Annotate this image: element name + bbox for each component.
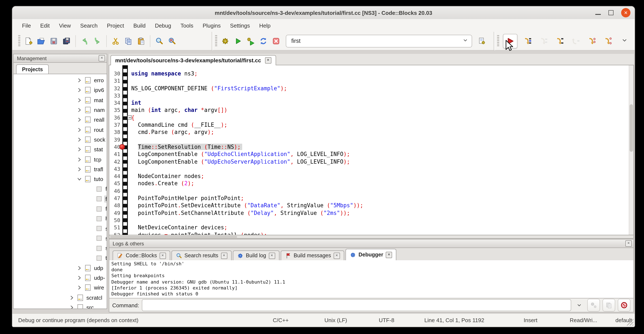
rebuild-button[interactable] [258,35,269,47]
tree-item-tcp[interactable]: tcp [14,155,107,164]
tree-item-fif[interactable]: fif [14,184,107,194]
copy-button[interactable] [122,35,134,47]
close-log-tab-icon[interactable] [386,251,392,258]
line-number[interactable]: 38 [109,129,120,136]
line-number[interactable]: 39 [109,136,120,143]
close-management-icon[interactable] [99,55,105,62]
line-number[interactable]: 43 [109,165,120,173]
code-line-49[interactable]: 49 pointToPoint.SetChannelAttribute ("De… [109,209,629,217]
menu-help[interactable]: Help [254,21,275,30]
close-log-tab-icon[interactable] [221,252,227,259]
tree-item-udp-[interactable]: udp- [14,273,107,283]
open-file-button[interactable] [35,35,47,47]
line-number[interactable]: 32 [109,85,120,92]
line-number[interactable]: 37 [109,121,120,129]
new-file-button[interactable] [22,35,34,47]
line-number[interactable]: 52 [109,231,120,235]
build-and-run-button[interactable] [245,35,256,47]
line-number[interactable]: 41 [109,151,120,158]
tree-item-scratcl[interactable]: scratcl [14,293,107,303]
tree-item-tuto[interactable]: tuto [14,174,107,184]
line-number[interactable]: 33 [109,92,120,99]
editor-hscroll-thumb[interactable] [110,236,237,238]
title-bar[interactable]: mnt/dev/tools/source/ns-3-dev/examples/t… [12,6,635,20]
code-line-39[interactable]: 39 [109,136,629,143]
line-number[interactable]: 36 [109,114,120,121]
tree-item-erro[interactable]: erro [14,76,107,85]
tree-item-fo[interactable]: fo [14,204,107,214]
tree-item-th[interactable]: th [14,253,107,263]
code-line-33[interactable]: 33 [109,92,629,99]
project-tree[interactable]: erroipv6matnamreallroutsockstattcptraflt… [13,74,107,309]
find-button[interactable] [153,35,165,47]
code-line-44[interactable]: 44 NodeContainer nodes; [109,173,629,180]
save-all-button[interactable] [60,35,72,47]
toolbar-grip[interactable] [497,35,499,47]
code-line-31[interactable]: 31 [109,77,629,85]
menu-edit[interactable]: Edit [36,21,54,30]
toolbar-grip[interactable] [18,35,20,47]
chevron-right-icon[interactable] [77,266,82,270]
chevron-right-icon[interactable] [70,305,74,309]
line-number[interactable]: 42 [109,158,120,165]
minimize-icon[interactable] [595,14,601,15]
code-line-38[interactable]: 38 cmd.Parse (argc, argv); [109,129,629,136]
code-line-43[interactable]: 43 [109,165,629,173]
chevron-right-icon[interactable] [77,98,82,102]
code-line-30[interactable]: 30using namespace ns3; [109,70,629,77]
build-target-options-button[interactable] [476,35,488,47]
editor-vertical-scrollbar[interactable] [629,65,634,235]
cut-button[interactable] [110,35,122,47]
chevron-right-icon[interactable] [77,118,82,122]
line-number[interactable]: 34 [109,99,120,107]
code-line-46[interactable]: 46 [109,187,629,195]
fold-collapse-icon[interactable] [128,116,132,120]
tree-item-he[interactable]: he [14,214,107,224]
tree-item-se[interactable]: se [14,233,107,243]
editor-horizontal-scrollbar[interactable] [109,235,634,239]
code-line-34[interactable]: 34int [109,99,629,107]
code-line-32[interactable]: 32NS_LOG_COMPONENT_DEFINE ("FirstScriptE… [109,85,629,92]
toolbar-overflow-button[interactable] [621,37,628,45]
step-out-button[interactable] [570,35,582,47]
run-button[interactable] [232,35,244,47]
line-number[interactable]: 40 [109,143,120,151]
tab-projects[interactable]: Projects [16,65,49,74]
chevron-right-icon[interactable] [77,157,82,162]
debugger-settings-button[interactable] [587,299,600,311]
paste-button[interactable] [135,35,147,47]
menu-view[interactable]: View [54,21,76,30]
clear-log-button[interactable] [618,299,630,311]
close-editor-tab-icon[interactable] [265,57,271,64]
code-line-42[interactable]: 42 LogComponentEnable ("UdpEchoServerApp… [109,158,629,165]
logs-header[interactable]: Logs & others [109,239,634,248]
chevron-expanded-icon[interactable] [77,177,82,181]
toolbar-grip[interactable] [215,35,217,47]
tree-item-reall[interactable]: reall [14,115,107,125]
line-number[interactable]: 35 [109,107,120,114]
code-line-47[interactable]: 47 PointToPointHelper pointToPoint; [109,195,629,202]
chevron-right-icon[interactable] [77,147,82,152]
code-editor[interactable]: 30using namespace ns3;3132NS_LOG_COMPONE… [109,65,634,235]
command-input[interactable] [142,299,571,311]
chevron-right-icon[interactable] [77,167,82,172]
build-target-combo[interactable]: first [286,35,472,47]
chevron-right-icon[interactable] [77,78,82,83]
menu-plugins[interactable]: Plugins [198,21,225,30]
tree-item-ipv6[interactable]: ipv6 [14,85,107,95]
tree-item-rout[interactable]: rout [14,125,107,135]
log-tab-debugger[interactable]: Debugger [346,249,396,260]
undo-button[interactable] [79,35,90,47]
editor-tab-first-cc[interactable]: mnt/dev/tools/source/ns-3-dev/examples/t… [110,55,276,65]
line-number[interactable]: 51 [109,224,120,231]
next-instruction-button[interactable] [586,35,598,47]
debug-continue-button[interactable] [503,34,518,48]
code-line-36[interactable]: 36{ [109,114,629,121]
line-number[interactable]: 48 [109,202,120,209]
code-line-52[interactable]: 52 devices = pointToPoint.Install (nodes… [109,231,629,235]
step-into-button[interactable] [554,35,566,47]
save-button[interactable] [48,35,60,47]
chevron-right-icon[interactable] [77,108,82,112]
line-number[interactable]: 30 [109,70,120,77]
code-line-37[interactable]: 37 CommandLine cmd (__FILE__); [109,121,629,129]
